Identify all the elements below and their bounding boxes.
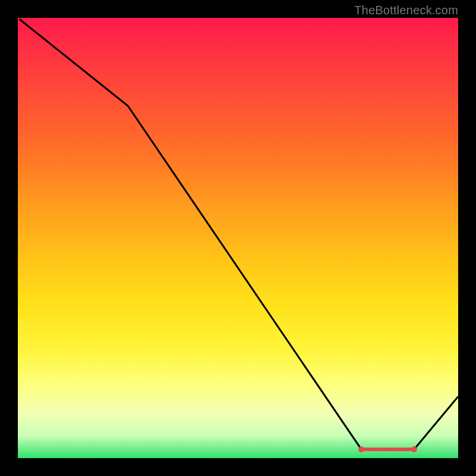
marker-dot-right	[411, 446, 417, 452]
marker-dot-left	[358, 446, 364, 452]
chart-plot-area	[18, 18, 458, 458]
chart-frame: TheBottleneck.com	[0, 0, 476, 476]
chart-svg	[18, 18, 458, 458]
chart-line	[18, 18, 458, 449]
attribution-label: TheBottleneck.com	[354, 4, 458, 17]
